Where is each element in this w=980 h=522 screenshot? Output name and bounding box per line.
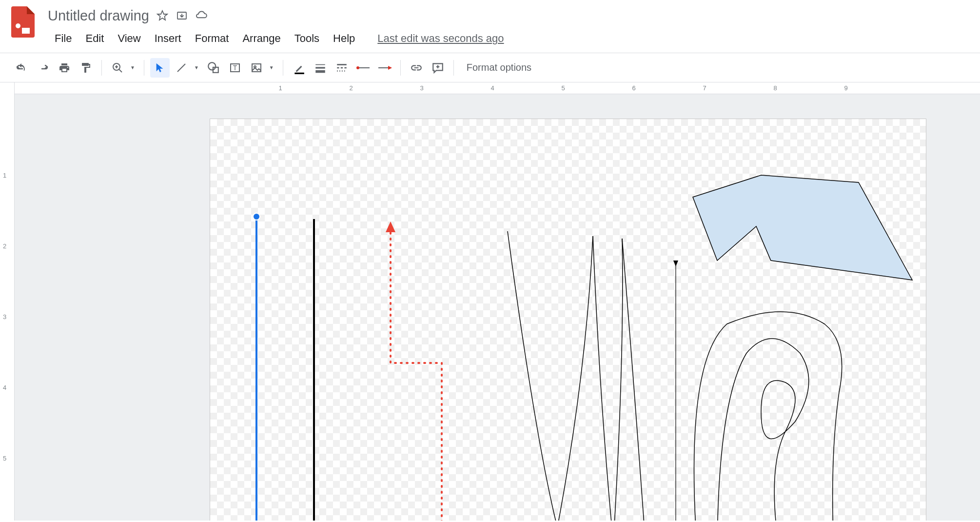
svg-rect-12 (252, 64, 261, 72)
ruler-h-label: 7 (703, 84, 706, 92)
center-area: 1 2 3 4 5 6 7 8 9 (15, 82, 980, 521)
insert-link-button[interactable] (407, 58, 426, 78)
menu-arrange[interactable]: Arrange (235, 29, 287, 48)
svg-line-7 (177, 64, 185, 72)
selection-handle[interactable] (253, 213, 260, 220)
print-button[interactable] (55, 58, 74, 78)
ruler-h-label: 4 (490, 84, 494, 92)
menu-tools[interactable]: Tools (288, 29, 326, 48)
scribble-shape[interactable] (694, 312, 842, 521)
menu-view[interactable]: View (111, 29, 147, 48)
arrowhead-icon (673, 261, 678, 266)
line-weight-button[interactable] (311, 58, 330, 78)
ruler-v-label: 4 (3, 384, 6, 391)
curve-shape[interactable] (612, 239, 623, 521)
toolbar-separator (144, 60, 144, 76)
curve-shape[interactable] (622, 239, 647, 521)
line-icon[interactable] (172, 58, 191, 78)
svg-point-8 (208, 62, 216, 70)
svg-line-4 (119, 69, 122, 72)
curve-shape[interactable] (593, 236, 615, 521)
drawing-canvas[interactable] (210, 119, 926, 521)
line-end-button[interactable] (375, 58, 394, 78)
elbow-connector[interactable] (391, 229, 442, 521)
ruler-h-label: 5 (561, 84, 565, 92)
toolbar-separator (453, 60, 454, 76)
menu-help[interactable]: Help (326, 29, 362, 48)
canvas-scroll[interactable] (15, 94, 980, 521)
image-dropdown-icon[interactable]: ▼ (266, 65, 277, 70)
ruler-h-label: 8 (773, 84, 777, 92)
curve-shape[interactable] (551, 236, 593, 521)
menu-insert[interactable]: Insert (148, 29, 188, 48)
last-edit-link[interactable]: Last edit was seconds ago (377, 32, 504, 45)
svg-text:T: T (233, 64, 237, 72)
menubar: File Edit View Insert Format Arrange Too… (48, 29, 504, 48)
ruler-h-label: 6 (632, 84, 635, 92)
zoom-dropdown-icon[interactable]: ▼ (127, 65, 138, 70)
cloud-icon[interactable] (195, 9, 208, 22)
ruler-v-label: 1 (3, 172, 6, 179)
ruler-v-label: 5 (3, 455, 6, 462)
polygon-shape[interactable] (693, 175, 912, 280)
line-dash-button[interactable] (332, 58, 352, 78)
curve-shape[interactable] (508, 231, 566, 521)
horizontal-ruler: 1 2 3 4 5 6 7 8 9 (15, 82, 980, 94)
app-logo[interactable] (10, 5, 36, 39)
drawing-content[interactable] (210, 119, 927, 521)
shape-tool[interactable] (204, 58, 223, 78)
line-start-button[interactable] (353, 58, 373, 78)
ruler-h-label: 3 (420, 84, 423, 92)
document-title[interactable]: Untitled drawing (48, 8, 149, 24)
vertical-ruler: 1 2 3 4 5 (0, 82, 15, 521)
workspace: 1 2 3 4 5 1 2 3 4 5 6 7 8 9 (0, 82, 980, 521)
menu-file[interactable]: File (48, 29, 78, 48)
textbox-tool[interactable]: T (225, 58, 245, 78)
toolbar-separator (400, 60, 401, 76)
title-area: Untitled drawing File Edit View Insert F… (48, 5, 504, 48)
arrowhead-icon (386, 221, 395, 232)
svg-point-22 (356, 66, 359, 69)
undo-button[interactable] (12, 58, 31, 78)
svg-rect-1 (22, 28, 30, 34)
svg-point-0 (16, 23, 20, 28)
redo-button[interactable] (33, 58, 53, 78)
ruler-v-label: 2 (3, 242, 6, 250)
toolbar: ▼ ▼ T ▼ Format optio (0, 53, 980, 82)
header: Untitled drawing File Edit View Insert F… (0, 0, 980, 43)
line-color-button[interactable] (289, 58, 309, 78)
ruler-h-label: 1 (278, 84, 282, 92)
move-icon[interactable] (176, 9, 188, 22)
svg-rect-14 (294, 72, 304, 74)
format-options-button[interactable]: Format options (460, 59, 538, 76)
toolbar-separator (101, 60, 102, 76)
title-row: Untitled drawing (48, 5, 504, 26)
insert-comment-button[interactable] (428, 58, 448, 78)
zoom-tool[interactable]: ▼ (108, 58, 138, 78)
line-dropdown-icon[interactable]: ▼ (191, 65, 202, 70)
ruler-v-label: 3 (3, 313, 6, 321)
line-tool[interactable]: ▼ (172, 58, 202, 78)
star-icon[interactable] (156, 9, 169, 22)
ruler-h-label: 9 (844, 84, 847, 92)
menu-format[interactable]: Format (188, 29, 236, 48)
image-tool[interactable]: ▼ (247, 58, 277, 78)
toolbar-separator (283, 60, 283, 76)
paint-format-button[interactable] (76, 58, 96, 78)
ruler-h-label: 2 (349, 84, 353, 92)
zoom-icon[interactable] (108, 58, 127, 78)
select-tool[interactable] (150, 58, 170, 78)
image-icon[interactable] (247, 58, 266, 78)
menu-edit[interactable]: Edit (78, 29, 111, 48)
